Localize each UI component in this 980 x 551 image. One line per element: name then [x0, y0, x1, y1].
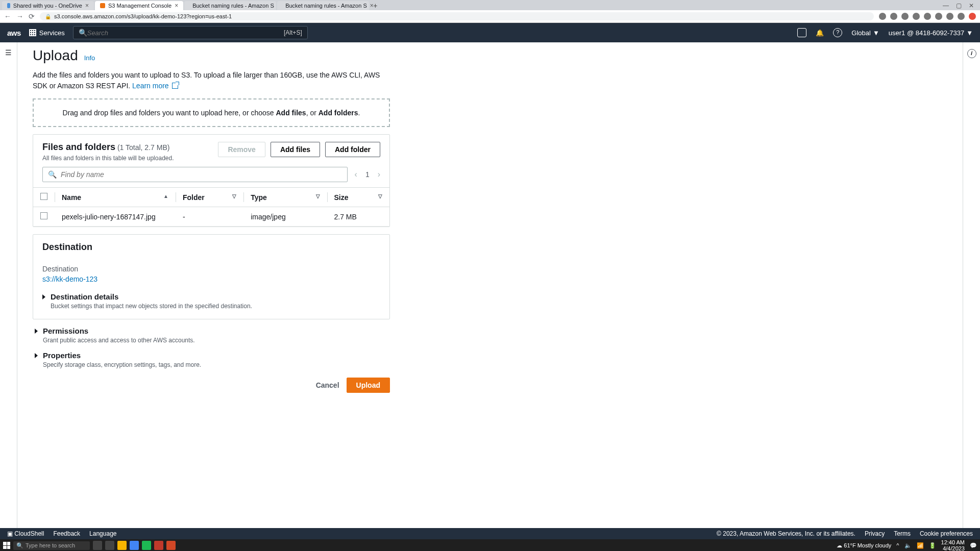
notifications-icon[interactable]: 💬 — [970, 542, 977, 549]
cloudshell-link[interactable]: ▣ CloudShell — [7, 530, 44, 537]
destination-details-sub: Bucket settings that impact new objects … — [51, 303, 380, 310]
files-subtitle: All files and folders in this table will… — [42, 155, 174, 162]
add-folder-button[interactable]: Add folder — [325, 142, 380, 157]
extension-icon[interactable] — [958, 13, 965, 20]
task-icon[interactable] — [142, 541, 151, 550]
destination-link[interactable]: s3://kk-demo-123 — [42, 275, 97, 283]
page-number: 1 — [365, 170, 370, 179]
permissions-toggle[interactable]: Permissions — [35, 327, 390, 335]
learn-more-link[interactable]: Learn more — [132, 82, 178, 90]
row-checkbox[interactable] — [40, 212, 47, 219]
browser-tab[interactable]: Shared with you - OneDrive× — [2, 1, 94, 10]
info-icon[interactable]: i — [967, 49, 976, 58]
clock[interactable]: 12:40 AM4/4/2023 — [941, 539, 965, 551]
caret-right-icon — [35, 353, 38, 358]
col-name[interactable]: Name▲ — [55, 188, 176, 207]
col-folder[interactable]: Folder▽ — [176, 188, 243, 207]
cell-size: 2.7 MB — [327, 207, 389, 227]
destination-panel: Destination Destination s3://kk-demo-123… — [33, 234, 390, 319]
search-input[interactable] — [87, 29, 284, 37]
task-icon[interactable] — [130, 541, 139, 550]
bell-icon[interactable]: 🔔 — [816, 29, 824, 37]
nav-search[interactable]: 🔍 [Alt+S] — [73, 26, 308, 39]
sort-icon: ▽ — [378, 193, 382, 199]
left-rail: ☰ — [0, 42, 17, 528]
terms-link[interactable]: Terms — [894, 530, 911, 537]
aws-logo[interactable]: aws — [7, 29, 21, 37]
files-table: Name▲ Folder▽ Type▽ Size▽ pexels-julio-n… — [33, 187, 389, 227]
url-input[interactable]: 🔒 s3.console.aws.amazon.com/s3/upload/kk… — [40, 12, 874, 20]
properties-toggle[interactable]: Properties — [35, 351, 390, 360]
region-selector[interactable]: Global ▼ — [851, 29, 879, 37]
browser-tab-active[interactable]: S3 Management Console× — [95, 1, 183, 10]
cell-name: pexels-julio-nery-1687147.jpg — [55, 207, 176, 227]
cell-folder: - — [176, 207, 243, 227]
minimize-icon[interactable]: — — [943, 2, 949, 9]
language-link[interactable]: Language — [89, 530, 116, 537]
task-icon[interactable] — [105, 541, 114, 550]
add-files-button[interactable]: Add files — [271, 142, 320, 157]
destination-details-toggle[interactable]: Destination details — [42, 292, 380, 301]
extension-icon[interactable] — [935, 13, 942, 20]
weather-widget[interactable]: ☁ 61°F Mostly cloudy — [837, 542, 891, 549]
browser-tab[interactable]: Bucket naming rules - Amazon S× — [184, 1, 276, 10]
task-icon[interactable] — [154, 541, 163, 550]
search-icon: 🔍 — [79, 29, 87, 37]
page-prev-icon[interactable]: ‹ — [355, 170, 357, 179]
avatar[interactable] — [969, 13, 976, 20]
cookies-link[interactable]: Cookie preferences — [920, 530, 973, 537]
upload-button[interactable]: Upload — [347, 378, 390, 393]
close-window-icon[interactable]: ✕ — [969, 2, 974, 9]
properties-section: Properties Specify storage class, encryp… — [35, 351, 390, 368]
cancel-button[interactable]: Cancel — [316, 381, 339, 389]
extension-icon[interactable] — [901, 13, 909, 20]
maximize-icon[interactable]: ▢ — [956, 2, 962, 9]
close-icon[interactable]: × — [85, 2, 89, 9]
col-size[interactable]: Size▽ — [327, 188, 389, 207]
start-button[interactable] — [3, 542, 10, 549]
permissions-sub: Grant public access and access to other … — [43, 337, 390, 344]
help-icon[interactable]: ? — [833, 28, 842, 37]
extension-icon[interactable] — [890, 13, 897, 20]
table-row[interactable]: pexels-julio-nery-1687147.jpg - image/jp… — [33, 207, 389, 227]
extension-icons — [879, 13, 976, 20]
forward-icon[interactable]: → — [16, 12, 23, 20]
sort-icon: ▽ — [232, 193, 236, 199]
find-input[interactable] — [61, 170, 342, 179]
intro-text: Add the files and folders you want to up… — [33, 70, 390, 91]
new-tab-button[interactable]: + — [370, 2, 380, 10]
extension-icon[interactable] — [879, 13, 886, 20]
extension-icon[interactable] — [913, 13, 920, 20]
feedback-link[interactable]: Feedback — [53, 530, 80, 537]
tray-icon[interactable]: 🔋 — [929, 542, 936, 549]
page-next-icon[interactable]: › — [378, 170, 380, 179]
back-icon[interactable]: ← — [4, 12, 11, 20]
taskbar-search[interactable]: 🔍 Type here to search — [13, 541, 90, 550]
task-icon[interactable] — [117, 541, 127, 550]
hamburger-icon[interactable]: ☰ — [0, 48, 17, 57]
sort-icon: ▽ — [316, 193, 320, 199]
tray-icon[interactable]: 📶 — [917, 542, 924, 549]
browser-tab[interactable]: Bucket naming rules - Amazon S× — [277, 1, 369, 10]
search-shortcut: [Alt+S] — [284, 29, 302, 36]
tray-chevron-icon[interactable]: ^ — [896, 542, 899, 548]
select-all-checkbox[interactable] — [40, 193, 47, 200]
chevron-down-icon: ▼ — [966, 29, 973, 37]
services-button[interactable]: Services — [29, 29, 65, 37]
right-rail: i — [963, 42, 980, 528]
tray-icon[interactable]: 🔈 — [904, 542, 912, 549]
find-box[interactable]: 🔍 — [42, 167, 348, 182]
user-menu[interactable]: user1 @ 8418-6092-7337 ▼ — [889, 29, 973, 37]
cloudshell-icon[interactable] — [797, 28, 806, 37]
col-type[interactable]: Type▽ — [243, 188, 327, 207]
caret-right-icon — [42, 294, 45, 299]
extension-icon[interactable] — [924, 13, 931, 20]
task-icon[interactable] — [93, 541, 102, 550]
privacy-link[interactable]: Privacy — [865, 530, 885, 537]
reload-icon[interactable]: ⟳ — [29, 12, 35, 20]
extension-icon[interactable] — [946, 13, 953, 20]
close-icon[interactable]: × — [175, 2, 178, 9]
drop-zone[interactable]: Drag and drop files and folders you want… — [33, 98, 390, 127]
info-link[interactable]: Info — [84, 54, 95, 62]
task-icon[interactable] — [166, 541, 176, 550]
